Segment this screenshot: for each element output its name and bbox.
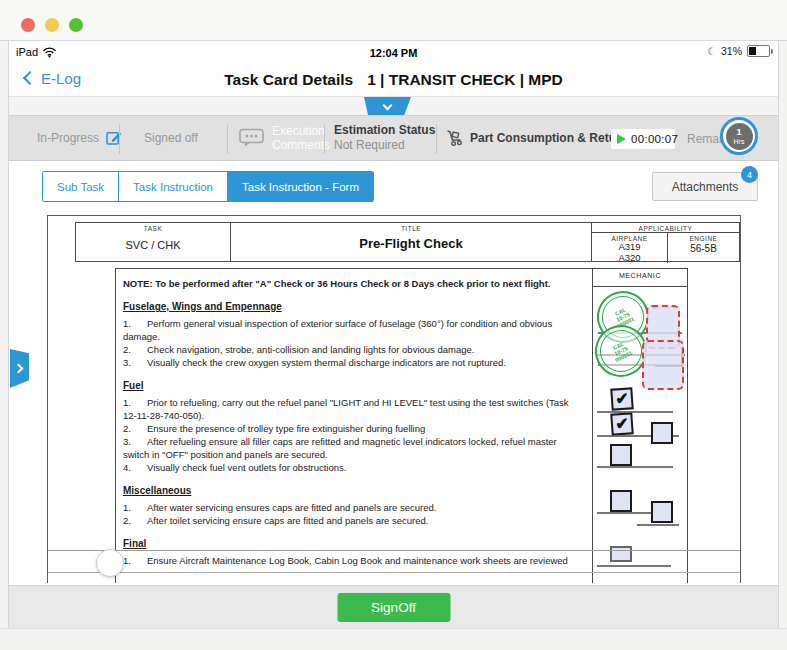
doc-row-divider (48, 572, 740, 573)
mechanic-checkbox[interactable] (610, 444, 632, 466)
mechanic-checkbox[interactable] (651, 422, 673, 444)
chevron-right-icon (14, 364, 24, 374)
engine-value: 56-5B (668, 243, 739, 254)
window-zoom-button[interactable] (69, 18, 83, 32)
checklist-item: 4.Visually check fuel vent outlets for o… (123, 461, 582, 474)
chevron-down-icon (383, 100, 393, 110)
checklist-item: 2.After toilet servicing ensure caps are… (123, 514, 582, 527)
do-not-disturb-icon: ☾ (707, 46, 716, 57)
stamp-line: 10-75 (613, 345, 628, 357)
section-heading: Fuselage, Wings and Empennage (123, 300, 582, 313)
doc-sections: Fuselage, Wings and Empennage1.Perform g… (123, 300, 582, 567)
app-right-border (778, 41, 779, 628)
status-bar: iPad 12:04 PM ☾ 31% (9, 41, 778, 66)
scroll-handle[interactable] (96, 549, 124, 577)
remaining-unit: Hrs (726, 137, 753, 147)
mechanic-checkbox[interactable] (610, 490, 632, 512)
mechanic-checkbox[interactable]: ✔ (610, 412, 633, 435)
mechanic-checkbox[interactable] (610, 546, 632, 562)
applicability-cell: APPLICABILITY AIRPLANE A319 A320 ENGINE … (592, 223, 739, 261)
app-window: iPad 12:04 PM ☾ 31% E-Log Task Card Deta… (0, 0, 787, 650)
signed-off-label: Signed off (144, 131, 198, 145)
in-progress-label: In-Progress (37, 131, 99, 145)
estimation-status-value: Not Required (334, 138, 435, 153)
task-cell: TASK SVC / CHK (76, 223, 231, 261)
signature-line (597, 411, 673, 413)
checklist-item: 2.Ensure the presence of trolley type fi… (123, 422, 582, 435)
toolbar-divider (324, 124, 325, 154)
task-value: SVC / CHK (76, 239, 230, 251)
checklist-item: 3.After refueling ensure all filler caps… (123, 435, 582, 461)
window-minimize-button[interactable] (45, 18, 59, 32)
tab-task-instruction-form[interactable]: Task Instruction - Form (228, 172, 373, 201)
timer: 00:00:07 (611, 129, 675, 149)
stamp-line: CAL (614, 306, 627, 316)
remaining-hours-badge: 1 Hrs (720, 117, 758, 155)
title-column-label: TITLE (231, 223, 591, 232)
section-heading: Fuel (123, 379, 582, 392)
doc-row-divider (48, 550, 740, 551)
airplane-cell: AIRPLANE A319 A320 (592, 233, 668, 263)
battery-icon (747, 45, 770, 57)
note-text: NOTE: To be performed after "A" Check or… (123, 277, 582, 290)
signature-line (597, 466, 673, 468)
part-consumption-button[interactable]: Part Consumption & Return (445, 129, 628, 147)
doc-left-border (47, 215, 48, 583)
stamp-line: 10-75 (615, 311, 630, 323)
signature-line (637, 524, 679, 526)
toolbar-divider (436, 124, 437, 154)
taskcard-header-table: TASK SVC / CHK TITLE Pre-Flight Check AP… (75, 222, 740, 262)
status-toolbar: In-Progress Signed off Execution Commen (9, 115, 778, 161)
stamp-placeholder[interactable] (642, 340, 684, 390)
in-progress-button[interactable]: In-Progress (37, 130, 122, 146)
clock: 12:04 PM (9, 47, 778, 59)
section-heading: Final (123, 537, 582, 550)
execution-comments-label: Execution Comments (272, 124, 332, 152)
airplane-value-2: A320 (592, 253, 667, 264)
action-bar: SignOff (9, 585, 778, 628)
checklist-item: 2.Check navigation, strobe, anti-collisi… (123, 343, 582, 356)
checklist-item: 3.Visually check the crew oxygen system … (123, 356, 582, 369)
part-consumption-label: Part Consumption & Return (470, 131, 628, 145)
engine-cell: ENGINE 56-5B (668, 233, 739, 263)
engine-label: ENGINE (668, 233, 739, 242)
estimation-status-label: Estimation Status (334, 123, 435, 138)
tab-bar: Sub Task Task Instruction Task Instructi… (42, 171, 374, 202)
signature-line (597, 565, 671, 567)
tab-sub-task[interactable]: Sub Task (43, 172, 119, 201)
mechanic-checkbox[interactable] (651, 501, 673, 523)
collapse-header-tab[interactable] (364, 97, 411, 116)
checklist-item: 1.Ensure Aircraft Maintenance Log Book, … (123, 554, 582, 567)
taskcard-body: NOTE: To be performed after "A" Check or… (115, 268, 592, 583)
execution-comments-button[interactable]: Execution Comments (239, 124, 332, 152)
footer-strip (0, 628, 787, 650)
comment-bubble-icon (239, 128, 265, 148)
play-icon[interactable] (617, 134, 626, 144)
signed-off-button[interactable]: Signed off (144, 131, 198, 145)
applicability-label: APPLICABILITY (592, 223, 739, 232)
signoff-button[interactable]: SignOff (337, 593, 450, 622)
section-heading: Miscellaneous (123, 484, 582, 497)
page-title-main: Task Card Details (224, 71, 353, 88)
hand-truck-icon (445, 129, 463, 147)
tab-task-instruction[interactable]: Task Instruction (119, 172, 228, 201)
page-title-sub: 1 | TRANSIT CHECK | MPD (367, 71, 563, 88)
airplane-value-1: A319 (592, 242, 667, 253)
task-column-label: TASK (76, 223, 230, 232)
toolbar-divider (119, 124, 120, 154)
window-close-button[interactable] (21, 18, 35, 32)
doc-top-border (47, 215, 741, 216)
mechanic-checkbox[interactable]: ✔ (610, 387, 633, 410)
timer-value: 00:00:07 (631, 133, 678, 145)
attachments-button[interactable]: Attachments 4 (652, 172, 758, 201)
stamp-line: 000001 (614, 350, 633, 363)
attachments-count-badge: 4 (741, 166, 758, 183)
checklist-item: 1.Perform general visual inspection of e… (123, 317, 582, 343)
remaining-value: 1 (726, 127, 753, 137)
estimation-status: Estimation Status Not Required (334, 123, 435, 153)
page-title: Task Card Details1 | TRANSIT CHECK | MPD (9, 71, 778, 89)
doc-right-border (740, 215, 741, 583)
nav-bar: E-Log Task Card Details1 | TRANSIT CHECK… (9, 66, 778, 97)
attachments-label: Attachments (672, 180, 739, 194)
checklist-item: 1.After water servicing ensures caps are… (123, 501, 582, 514)
